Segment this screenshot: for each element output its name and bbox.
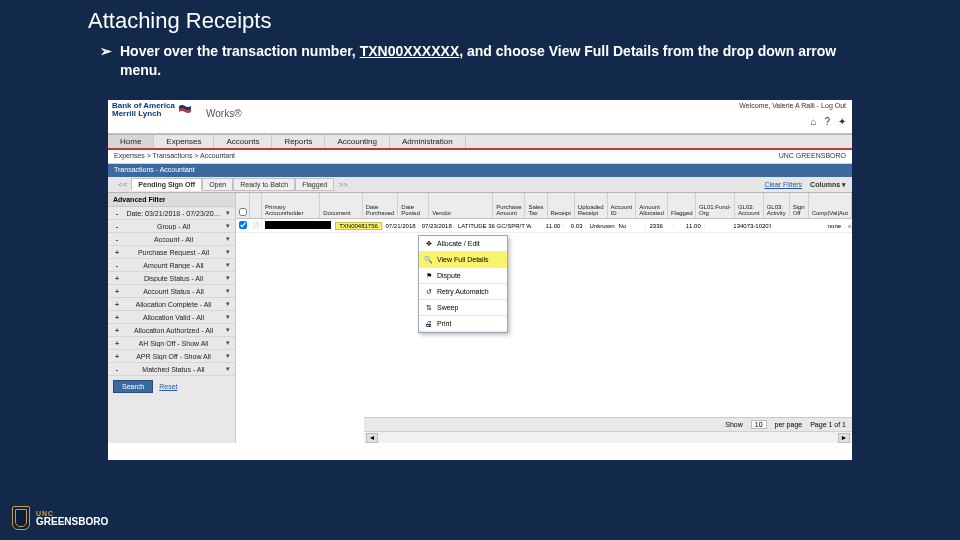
nav-administration[interactable]: Administration [390, 135, 466, 148]
clear-filters-link[interactable]: Clear Filters [764, 181, 802, 189]
col-checkbox[interactable] [236, 193, 250, 218]
dd-label: Retry Automatch [437, 288, 489, 295]
dd-dispute[interactable]: ⚑Dispute [419, 268, 507, 284]
col-receipt[interactable]: Receipt [548, 193, 575, 218]
dd-view-full-details[interactable]: 🔍View Full Details [419, 252, 507, 268]
col-gl03[interactable]: GL03: Activity [764, 193, 790, 218]
brand-logo: Bank of America Merrill Lynch [112, 102, 191, 117]
tab-open[interactable]: Open [202, 178, 233, 191]
col-vendor[interactable]: Vendor [429, 193, 493, 218]
work-area: Advanced Filter -Date: 03/21/2018 - 07/2… [108, 193, 852, 443]
page-indicator: Page 1 of 1 [810, 421, 846, 428]
col-purchase-amount[interactable]: Purchase Amount [493, 193, 525, 218]
col-cva[interactable]: Comp|Val|Aut [809, 193, 852, 218]
tab-next[interactable]: >> [334, 180, 351, 189]
expand-icon: - [113, 366, 121, 373]
home-icon[interactable]: ⌂ [810, 116, 816, 127]
filter-amount-range[interactable]: -Amount Range - All▾ [108, 259, 235, 272]
col-uploaded-receipt[interactable]: Uploaded Receipt [575, 193, 608, 218]
col-signoff[interactable]: Sign Off [790, 193, 809, 218]
breadcrumb[interactable]: Expenses > Transactions > Accountant [114, 152, 235, 161]
print-icon: 🖨 [424, 319, 433, 328]
allocate-icon: ✥ [424, 239, 433, 248]
col-date-purchased[interactable]: Date Purchased [363, 193, 399, 218]
dd-allocate-edit[interactable]: ✥Allocate / Edit [419, 236, 507, 252]
expand-icon: + [113, 314, 121, 321]
cell-signoff: none [825, 223, 845, 229]
row-checkbox[interactable] [239, 221, 247, 229]
filter-label: Allocation Valid - All [143, 314, 204, 321]
search-button[interactable]: Search [113, 380, 153, 393]
per-page-select[interactable]: 10 [751, 420, 767, 429]
cell-document[interactable]: TXN00481756 [332, 222, 382, 230]
help-icon[interactable]: ? [824, 116, 830, 127]
col-sales-tax[interactable]: Sales Tax [525, 193, 547, 218]
select-all-checkbox[interactable] [239, 208, 247, 216]
bullet-arrow-icon: ➢ [100, 42, 112, 80]
filter-apr-signoff[interactable]: +APR Sign Off - Show All▾ [108, 350, 235, 363]
chevron-down-icon: ▾ [226, 222, 230, 230]
nav-expenses[interactable]: Expenses [154, 135, 214, 148]
horizontal-scrollbar[interactable]: ◄ ► [364, 431, 852, 443]
instruction-prefix: Hover over the transaction number, [120, 43, 360, 59]
nav-home[interactable]: Home [108, 135, 154, 148]
tab-prev[interactable]: << [114, 180, 131, 189]
col-accountholder[interactable]: Primary Accountholder [262, 193, 320, 218]
filter-dispute-status[interactable]: +Dispute Status - All▾ [108, 272, 235, 285]
welcome-text[interactable]: Welcome, Valerie A Ralli - Log Out [739, 102, 846, 109]
col-date-posted[interactable]: Date Posted [398, 193, 429, 218]
filter-alloc-complete[interactable]: +Allocation Complete - All▾ [108, 298, 235, 311]
row-checkbox-cell[interactable] [236, 221, 249, 230]
col-amount-allocated[interactable]: Amount Allocated [636, 193, 668, 218]
filter-purchase-request[interactable]: +Purchase Request - All▾ [108, 246, 235, 259]
tab-group: << Pending Sign Off Open Ready to Batch … [114, 178, 352, 191]
col-document[interactable]: Document [320, 193, 362, 218]
col-gl02[interactable]: GL02: Account [735, 193, 764, 218]
col-flagged[interactable]: Flagged [668, 193, 696, 218]
filter-panel: Advanced Filter -Date: 03/21/2018 - 07/2… [108, 193, 236, 443]
txn-link[interactable]: TXN00481756 [335, 222, 382, 230]
scroll-right-icon[interactable]: ► [838, 433, 850, 443]
expand-icon: + [113, 340, 121, 347]
filter-ah-signoff[interactable]: +AH Sign Off - Show All▾ [108, 337, 235, 350]
filter-label: Allocation Complete - All [136, 301, 212, 308]
dd-print[interactable]: 🖨Print [419, 316, 507, 332]
col-account-id[interactable]: Account ID [608, 193, 637, 218]
reset-link[interactable]: Reset [159, 383, 177, 390]
cell-purchase-amount: 11.00 [532, 223, 565, 229]
filter-matched-status[interactable]: -Matched Status - All▾ [108, 363, 235, 376]
tab-flagged[interactable]: Flagged [295, 178, 334, 191]
dd-retry-automatch[interactable]: ↺Retry Automatch [419, 284, 507, 300]
cell-date-posted: 07/23/2018 [419, 223, 455, 229]
col-gl01[interactable]: GL01:Fund-Org [696, 193, 735, 218]
filter-label: AH Sign Off - Show All [139, 340, 209, 347]
filter-account-status[interactable]: +Account Status - All▾ [108, 285, 235, 298]
expand-icon: - [113, 262, 121, 269]
scroll-left-icon[interactable]: ◄ [366, 433, 378, 443]
txn-dropdown[interactable]: ✥Allocate / Edit 🔍View Full Details ⚑Dis… [418, 235, 508, 333]
redacted-name [265, 221, 332, 229]
filter-date[interactable]: -Date: 03/21/2018 - 07/23/20…▾ [108, 207, 235, 220]
dd-sweep[interactable]: ⇅Sweep [419, 300, 507, 316]
flag-icon: ⚑ [424, 271, 433, 280]
nav-reports[interactable]: Reports [272, 135, 325, 148]
section-header: Transactions - Accountant [108, 164, 852, 177]
filter-alloc-valid[interactable]: +Allocation Valid - All▾ [108, 311, 235, 324]
expand-icon: - [113, 223, 121, 230]
page-title: Attaching Receipts [88, 8, 271, 34]
chevron-down-icon: ▾ [226, 339, 230, 347]
filter-account[interactable]: -Account - All▾ [108, 233, 235, 246]
filter-alloc-authorized[interactable]: +Allocation Authorized - All▾ [108, 324, 235, 337]
nav-accounts[interactable]: Accounts [214, 135, 272, 148]
filter-label: Amount Range - All [143, 262, 203, 269]
filter-group[interactable]: -Group - All▾ [108, 220, 235, 233]
tab-pending-signoff[interactable]: Pending Sign Off [131, 178, 202, 191]
chevron-down-icon: ▾ [226, 235, 230, 243]
columns-button[interactable]: Columns ▾ [810, 181, 846, 189]
nav-accounting[interactable]: Accounting [325, 135, 390, 148]
settings-icon[interactable]: ✦ [838, 116, 846, 127]
table-row[interactable]: 📄 TXN00481756 07/21/2018 07/23/2018 LATI… [236, 219, 852, 233]
filter-label: Date: 03/21/2018 - 07/23/20… [126, 210, 220, 217]
expand-icon: + [113, 353, 121, 360]
tab-ready-to-batch[interactable]: Ready to Batch [233, 178, 295, 191]
